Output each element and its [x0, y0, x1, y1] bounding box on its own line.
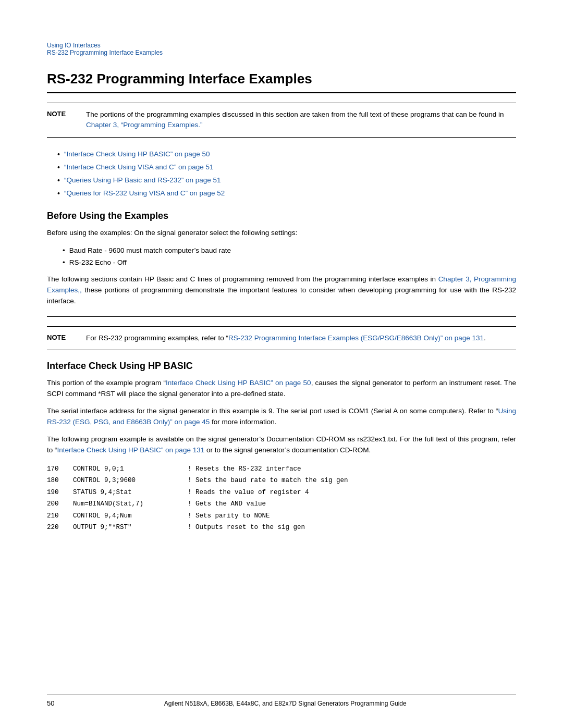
code-comment-4: ! Sets parity to NONE	[188, 510, 270, 522]
section2-para2-link[interactable]: Using RS-232 (ESG, PSG, and E8663B Only)…	[47, 407, 516, 426]
note2-text-after: .	[484, 334, 486, 342]
code-comment-3: ! Gets the AND value	[188, 498, 266, 510]
section2-para1-link[interactable]: Interface Check Using HP BASIC” on page …	[166, 379, 311, 387]
toc-link-4[interactable]: “Queries for RS-232 Using VISA and C” on…	[64, 187, 225, 200]
footer-page-number: 50	[47, 699, 54, 707]
section2-para2: The serial interface address for the sig…	[47, 406, 516, 428]
toc-link-3[interactable]: “Queries Using HP Basic and RS-232” on p…	[64, 174, 221, 187]
code-comment-0: ! Resets the RS-232 interface	[188, 463, 301, 475]
code-num-1: 180	[47, 475, 73, 487]
toc-item-2: “Interface Check Using VISA and C” on pa…	[57, 161, 516, 174]
code-block: 170 CONTROL 9,0;1 ! Resets the RS-232 in…	[47, 463, 516, 534]
code-num-4: 210	[47, 510, 73, 522]
code-cmd-3: Num=BINAND(Stat,7)	[73, 498, 188, 510]
code-cmd-4: CONTROL 9,4;Num	[73, 510, 188, 522]
code-comment-1: ! Sets the baud rate to match the sig ge…	[188, 475, 348, 487]
page-title: RS-232 Programming Interface Examples	[47, 71, 516, 93]
page: Using IO Interfaces RS-232 Programming I…	[0, 0, 563, 728]
code-row-2: 190 STATUS 9,4;Stat ! Reads the value of…	[47, 487, 516, 499]
code-num-0: 170	[47, 463, 73, 475]
section1-bullets: Baud Rate - 9600 must match computer’s b…	[63, 245, 516, 269]
code-cmd-1: CONTROL 9,3;9600	[73, 475, 188, 487]
toc-item-1: “Interface Check Using HP BASIC” on page…	[57, 148, 516, 161]
section2-para1: This portion of the example program “Int…	[47, 378, 516, 400]
code-cmd-2: STATUS 9,4;Stat	[73, 487, 188, 499]
toc-link-1[interactable]: “Interface Check Using HP BASIC” on page…	[64, 148, 210, 161]
note-content-1: The portions of the programming examples…	[86, 109, 516, 131]
note-box-2: NOTE For RS-232 programming examples, re…	[47, 326, 516, 350]
section1-intro: Before using the examples: On the signal…	[47, 228, 516, 239]
footer-text: Agilent N518xA, E8663B, E44x8C, and E82x…	[65, 700, 506, 707]
note-box-1: NOTE The portions of the programming exa…	[47, 103, 516, 138]
note1-text-before: The portions of the programming examples…	[86, 110, 504, 118]
code-row-5: 220 OUTPUT 9;"*RST" ! Outputs reset to t…	[47, 522, 516, 534]
section2-title: Interface Check Using HP BASIC	[47, 361, 516, 372]
divider-1	[47, 316, 516, 317]
toc-item-3: “Queries Using HP Basic and RS-232” on p…	[57, 174, 516, 187]
breadcrumb-link-2[interactable]: RS-232 Programming Interface Examples	[47, 49, 163, 56]
note2-text-before: For RS-232 programming examples, refer t…	[86, 334, 228, 342]
code-num-2: 190	[47, 487, 73, 499]
code-num-3: 200	[47, 498, 73, 510]
code-row-0: 170 CONTROL 9,0;1 ! Resets the RS-232 in…	[47, 463, 516, 475]
breadcrumb-link-1[interactable]: Using IO Interfaces	[47, 42, 101, 49]
note2-link[interactable]: RS-232 Programming Interface Examples (E…	[228, 334, 484, 342]
note1-link[interactable]: Chapter 3, “Programming Examples.”	[86, 121, 203, 129]
code-comment-5: ! Outputs reset to the sig gen	[188, 522, 305, 534]
breadcrumb: Using IO Interfaces RS-232 Programming I…	[47, 42, 516, 56]
section2-para3-link[interactable]: Interface Check Using HP BASIC” on page …	[57, 446, 205, 454]
note-content-2: For RS-232 programming examples, refer t…	[86, 333, 516, 343]
code-cmd-0: CONTROL 9,0;1	[73, 463, 188, 475]
code-row-4: 210 CONTROL 9,4;Num ! Sets parity to NON…	[47, 510, 516, 522]
code-row-3: 200 Num=BINAND(Stat,7) ! Gets the AND va…	[47, 498, 516, 510]
code-num-5: 220	[47, 522, 73, 534]
note-label-1: NOTE	[47, 109, 76, 118]
toc-item-4: “Queries for RS-232 Using VISA and C” on…	[57, 187, 516, 200]
section1-title: Before Using the Examples	[47, 211, 516, 221]
code-cmd-5: OUTPUT 9;"*RST"	[73, 522, 188, 534]
bullet-echo: RS-232 Echo - Off	[63, 257, 516, 269]
section2-para3: The following program example is availab…	[47, 434, 516, 456]
code-comment-2: ! Reads the value of register 4	[188, 487, 309, 499]
bullet-baud: Baud Rate - 9600 must match computer’s b…	[63, 245, 516, 257]
section2-para3-after: or to the signal generator’s documentati…	[204, 446, 371, 454]
section1-body: The following sections contain HP Basic …	[47, 274, 516, 307]
toc-list: “Interface Check Using HP BASIC” on page…	[57, 148, 516, 201]
note-label-2: NOTE	[47, 333, 76, 341]
toc-link-2[interactable]: “Interface Check Using VISA and C” on pa…	[64, 161, 214, 174]
footer: 50 Agilent N518xA, E8663B, E44x8C, and E…	[47, 695, 516, 707]
code-row-1: 180 CONTROL 9,3;9600 ! Sets the baud rat…	[47, 475, 516, 487]
section2-para2-after: for more information.	[210, 418, 276, 426]
section1-body-link[interactable]: Chapter 3, Programming Examples,,	[47, 275, 516, 294]
